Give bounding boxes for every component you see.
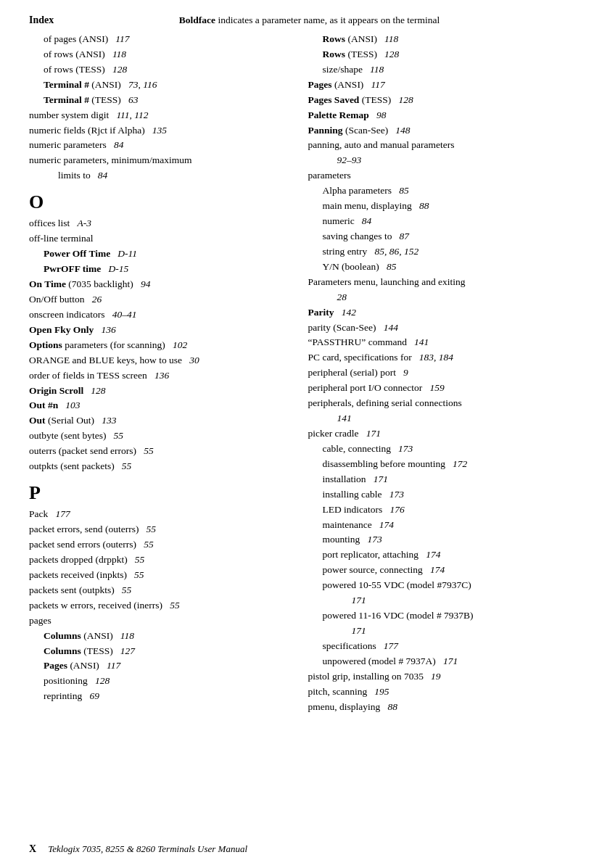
- list-item: 171: [352, 624, 566, 639]
- list-item: Out #n 103: [29, 398, 286, 413]
- list-item: Palette Remap 98: [308, 108, 566, 123]
- list-item: PwrOFF time D-15: [44, 262, 286, 277]
- list-item: numeric 84: [323, 214, 566, 229]
- list-item: Alpha parameters 85: [323, 183, 566, 199]
- footer-title: Teklogix 7035, 8255 & 8260 Terminals Use…: [48, 843, 247, 855]
- list-item: cable, connecting 173: [323, 442, 566, 457]
- list-item: Out (Serial Out) 133: [29, 413, 286, 429]
- list-item: numeric fields (Rjct if Alpha) 135: [29, 123, 286, 139]
- list-item: LED indicators 176: [323, 503, 566, 518]
- list-item: peripherals, defining serial connections: [308, 396, 566, 411]
- list-item: Open Fky Only 136: [29, 323, 286, 338]
- list-item: 171: [352, 593, 566, 608]
- list-item: Rows (TESS) 128: [323, 47, 566, 62]
- list-item: mounting 173: [323, 532, 566, 547]
- index-title: Index: [29, 15, 54, 26]
- list-item: 28: [337, 290, 566, 305]
- list-item: Pages (ANSI) 117: [44, 658, 286, 674]
- list-item: of pages (ANSI) 117: [44, 32, 286, 47]
- page-footer: X Teklogix 7035, 8255 & 8260 Terminals U…: [29, 843, 565, 855]
- list-item: 141: [337, 411, 566, 426]
- list-item: peripheral (serial) port 9: [308, 365, 566, 381]
- list-item: packets dropped (drppkt) 55: [29, 553, 286, 568]
- list-item: 92–93: [337, 153, 566, 168]
- list-item: ORANGE and BLUE keys, how to use 30: [29, 353, 286, 368]
- list-item: Panning (Scan-See) 148: [308, 123, 566, 139]
- list-item: pitch, scanning 195: [308, 685, 566, 700]
- list-item: packets received (inpkts) 55: [29, 568, 286, 583]
- list-item: On Time (7035 backlight) 94: [29, 277, 286, 292]
- list-item: pistol grip, installing on 7035 19: [308, 669, 566, 685]
- list-item: Columns (ANSI) 118: [44, 629, 286, 644]
- list-item: packet send errors (outerrs) 55: [29, 537, 286, 553]
- list-item: onscreen indicators 40–41: [29, 307, 286, 323]
- boldface-label: Boldface: [179, 15, 215, 25]
- list-item: Pages Saved (TESS) 128: [308, 93, 566, 108]
- list-item: number system digit 111, 112: [29, 108, 286, 123]
- list-item: “PASSTHRU” command 141: [308, 335, 566, 350]
- list-item: reprinting 69: [44, 689, 286, 704]
- list-item: specifications 177: [323, 639, 566, 654]
- section-p-letter: P: [29, 481, 286, 504]
- list-item: picker cradle 171: [308, 426, 566, 442]
- list-item: order of fields in TESS screen 136: [29, 368, 286, 384]
- list-item: parity (Scan-See) 144: [308, 321, 566, 336]
- list-item: unpowered (model # 7937A) 171: [323, 654, 566, 669]
- list-item: pages: [29, 613, 286, 629]
- right-column: Rows (ANSI) 118 Rows (TESS) 128 size/sha…: [308, 32, 566, 714]
- list-item: pmenu, displaying 88: [308, 700, 566, 715]
- list-item: off-line terminal: [29, 231, 286, 247]
- header-note: Boldface indicates a parameter name, as …: [54, 15, 565, 26]
- list-item: numeric parameters 84: [29, 138, 286, 153]
- list-item: of rows (TESS) 128: [44, 62, 286, 78]
- list-item: offices list A-3: [29, 216, 286, 231]
- list-item: packets w errors, received (inerrs) 55: [29, 598, 286, 613]
- page: Index Boldface indicates a parameter nam…: [0, 0, 594, 868]
- list-item: limits to 84: [58, 168, 286, 183]
- list-item: Columns (TESS) 127: [44, 644, 286, 659]
- list-item: powered 10-55 VDC (model #7937C): [323, 578, 566, 593]
- list-item: main menu, displaying 88: [323, 199, 566, 214]
- list-item: maintenance 174: [323, 518, 566, 533]
- list-item: power source, connecting 174: [323, 563, 566, 578]
- list-item: disassembling before mounting 172: [323, 457, 566, 472]
- list-item: outbyte (sent bytes) 55: [29, 429, 286, 444]
- footer-page-marker: X: [29, 843, 36, 855]
- list-item: Terminal # (TESS) 63: [44, 93, 286, 108]
- list-item: size/shape 118: [323, 62, 566, 78]
- index-content: of pages (ANSI) 117 of rows (ANSI) 118 o…: [29, 32, 565, 714]
- list-item: Pack 177: [29, 507, 286, 522]
- list-item: Power Off Time D-11: [44, 247, 286, 262]
- list-item: saving changes to 87: [323, 229, 566, 244]
- list-item: of rows (ANSI) 118: [44, 47, 286, 62]
- list-item: Parameters menu, launching and exiting: [308, 275, 566, 290]
- section-o-letter: O: [29, 191, 286, 213]
- list-item: positioning 128: [44, 674, 286, 689]
- list-item: peripheral port I/O connector 159: [308, 381, 566, 396]
- list-item: numeric parameters, minimum/maximum: [29, 153, 286, 168]
- page-header: Index Boldface indicates a parameter nam…: [29, 15, 565, 26]
- list-item: powered 11-16 VDC (model # 7937B): [323, 608, 566, 624]
- list-item: Y/N (boolean) 85: [323, 260, 566, 275]
- list-item: Options parameters (for scanning) 102: [29, 338, 286, 353]
- list-item: Pages (ANSI) 117: [308, 78, 566, 93]
- header-rest: indicates a parameter name, as it appear…: [215, 15, 440, 25]
- list-item: packet errors, send (outerrs) 55: [29, 522, 286, 537]
- list-item: Parity 142: [308, 305, 566, 321]
- list-item: parameters: [308, 168, 566, 183]
- list-item: Terminal # (ANSI) 73, 116: [44, 78, 286, 93]
- list-item: outerrs (packet send errors) 55: [29, 444, 286, 459]
- list-item: outpkts (sent packets) 55: [29, 459, 286, 474]
- list-item: installing cable 173: [323, 487, 566, 503]
- list-item: packets sent (outpkts) 55: [29, 583, 286, 598]
- list-item: Origin Scroll 128: [29, 384, 286, 399]
- list-item: Rows (ANSI) 118: [323, 32, 566, 47]
- list-item: PC card, specifications for 183, 184: [308, 350, 566, 365]
- list-item: installation 171: [323, 472, 566, 487]
- list-item: port replicator, attaching 174: [323, 547, 566, 563]
- list-item: string entry 85, 86, 152: [323, 244, 566, 260]
- list-item: panning, auto and manual parameters: [308, 138, 566, 153]
- left-column: of pages (ANSI) 117 of rows (ANSI) 118 o…: [29, 32, 286, 714]
- list-item: On/Off button 26: [29, 292, 286, 307]
